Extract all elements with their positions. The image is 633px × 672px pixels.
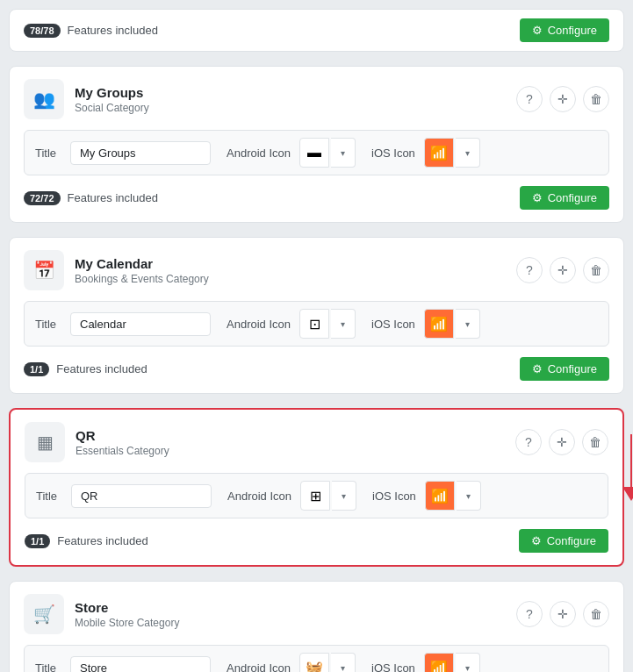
card-title-qr: QR: [76, 428, 169, 443]
move-button-my-calendar[interactable]: ✛: [550, 257, 576, 283]
title-label-my-calendar: Title: [35, 318, 61, 331]
features-text-my-calendar: Features included: [56, 362, 147, 375]
features-info-my-groups: 72/72 Features included: [24, 191, 158, 205]
configure-button-qr[interactable]: ⚙ Configure: [519, 529, 608, 553]
configure-button-my-groups[interactable]: ⚙ Configure: [520, 186, 609, 210]
card-subtitle-qr: Essentials Category: [76, 445, 169, 457]
title-input-store[interactable]: [70, 656, 211, 673]
ios-icon-preview-store: 📶: [424, 653, 454, 672]
gear-icon: ⚙: [532, 362, 543, 375]
move-button-store[interactable]: ✛: [550, 601, 576, 627]
android-icon-selector-qr: ⊞ ▾: [300, 481, 356, 511]
android-icon-selector-my-groups: ▬ ▾: [299, 138, 356, 168]
trash-icon: 🗑: [590, 607, 602, 621]
card-title-my-calendar: My Calendar: [75, 256, 209, 271]
ios-icon-label-my-groups: iOS Icon: [371, 147, 415, 160]
title-label-my-groups: Title: [35, 147, 61, 160]
features-info-qr: 1/1 Features included: [25, 534, 148, 548]
ios-icon-selector-my-groups: 📶 ▾: [424, 138, 480, 168]
features-text-qr: Features included: [57, 534, 147, 547]
title-input-qr[interactable]: [71, 484, 212, 508]
ios-icon-dropdown-store[interactable]: ▾: [456, 653, 480, 672]
field-row-store: Title Android Icon 🧺 ▾ iOS Icon 📶 ▾: [24, 645, 609, 672]
move-icon: ✛: [557, 607, 568, 621]
ios-icon-selector-qr: 📶 ▾: [425, 481, 481, 511]
android-icon-label-my-calendar: Android Icon: [227, 318, 291, 331]
android-icon-dropdown-my-calendar[interactable]: ▾: [331, 309, 356, 339]
help-button-store[interactable]: ?: [516, 601, 543, 627]
android-icon-preview-qr: ⊞: [300, 481, 330, 511]
gear-icon: ⚙: [532, 191, 543, 204]
card-subtitle-my-groups: Social Category: [75, 102, 149, 114]
question-icon: ?: [525, 435, 532, 449]
ios-icon-dropdown-qr[interactable]: ▾: [457, 481, 481, 511]
ios-icon-preview-my-calendar: 📶: [424, 309, 454, 339]
card-header-qr: ▦ QR Essentials Category ? ✛ 🗑: [25, 422, 608, 462]
delete-button-my-calendar[interactable]: 🗑: [583, 257, 609, 283]
help-button-my-groups[interactable]: ?: [516, 86, 543, 112]
card-actions-my-calendar: ? ✛ 🗑: [516, 257, 609, 283]
title-input-my-calendar[interactable]: [70, 312, 211, 336]
android-icon-selector-store: 🧺 ▾: [299, 653, 356, 672]
help-button-my-calendar[interactable]: ?: [516, 257, 543, 283]
delete-button-store[interactable]: 🗑: [583, 601, 609, 627]
delete-button-qr[interactable]: 🗑: [582, 429, 608, 455]
move-icon: ✛: [557, 435, 567, 449]
top-footer: 78/78 Features included ⚙ Configure: [24, 18, 609, 42]
move-button-my-groups[interactable]: ✛: [550, 86, 576, 112]
ios-icon-selector-my-calendar: 📶 ▾: [424, 309, 480, 339]
ios-icon-label-my-calendar: iOS Icon: [371, 318, 415, 331]
question-icon: ?: [526, 92, 533, 106]
card-title-store: Store: [75, 600, 179, 615]
card-actions-my-groups: ? ✛ 🗑: [516, 86, 609, 112]
android-icon-preview-my-groups: ▬: [299, 138, 329, 168]
card-footer-qr: 1/1 Features included ⚙ Configure: [25, 529, 608, 553]
delete-button-my-groups[interactable]: 🗑: [583, 86, 609, 112]
trash-icon: 🗑: [590, 263, 602, 277]
features-info-my-calendar: 1/1 Features included: [24, 362, 147, 376]
trash-icon: 🗑: [590, 92, 602, 106]
help-button-qr[interactable]: ?: [515, 429, 542, 455]
ios-icon-label-store: iOS Icon: [371, 661, 415, 673]
card-icon-qr: ▦: [25, 422, 65, 462]
chevron-down-icon: ▾: [465, 319, 470, 329]
android-icon-preview-my-calendar: ⊡: [299, 309, 329, 339]
configure-button-my-calendar[interactable]: ⚙ Configure: [520, 357, 609, 381]
gear-icon: ⚙: [531, 534, 542, 547]
android-icon-dropdown-store[interactable]: ▾: [331, 653, 356, 672]
cards-wrapper: 👥 My Groups Social Category ? ✛ 🗑: [9, 66, 624, 672]
features-badge-qr: 1/1: [25, 534, 50, 548]
chevron-down-icon: ▾: [341, 319, 345, 329]
title-input-my-groups[interactable]: [70, 141, 211, 165]
top-partial-card: 78/78 Features included ⚙ Configure: [9, 9, 624, 52]
top-features-text: Features included: [68, 24, 158, 37]
features-text-my-groups: Features included: [68, 191, 158, 204]
card-title-my-groups: My Groups: [75, 85, 149, 100]
ios-icon-selector-store: 📶 ▾: [424, 653, 480, 672]
top-badge: 78/78: [24, 24, 61, 38]
title-label-qr: Title: [36, 490, 62, 503]
ios-icon-preview-my-groups: 📶: [424, 138, 454, 168]
android-icon-dropdown-my-groups[interactable]: ▾: [331, 138, 356, 168]
android-icon-dropdown-qr[interactable]: ▾: [332, 481, 356, 511]
field-row-my-calendar: Title Android Icon ⊡ ▾ iOS Icon 📶 ▾: [24, 301, 609, 347]
ios-icon-dropdown-my-calendar[interactable]: ▾: [456, 309, 480, 339]
field-row-my-groups: Title Android Icon ▬ ▾ iOS Icon 📶 ▾: [24, 130, 609, 175]
card-header-my-calendar: 📅 My Calendar Bookings & Events Category…: [24, 250, 609, 290]
move-button-qr[interactable]: ✛: [549, 429, 575, 455]
chevron-down-icon: ▾: [341, 148, 345, 158]
cards-container: 👥 My Groups Social Category ? ✛ 🗑: [9, 66, 624, 672]
chevron-down-icon: ▾: [341, 663, 345, 673]
card-header-store: 🛒 Store Mobile Store Category ? ✛ 🗑: [24, 594, 609, 634]
top-features-info: 78/78 Features included: [24, 24, 158, 38]
gear-icon: ⚙: [532, 24, 543, 37]
card-my-groups: 👥 My Groups Social Category ? ✛ 🗑: [9, 66, 624, 223]
android-icon-label-qr: Android Icon: [227, 490, 291, 503]
card-icon-store: 🛒: [24, 594, 64, 634]
ios-icon-dropdown-my-groups[interactable]: ▾: [456, 138, 480, 168]
android-icon-selector-my-calendar: ⊡ ▾: [299, 309, 356, 339]
chevron-down-icon: ▾: [466, 491, 471, 501]
trash-icon: 🗑: [589, 435, 601, 449]
question-icon: ?: [526, 607, 533, 621]
top-configure-button[interactable]: ⚙ Configure: [520, 18, 609, 42]
